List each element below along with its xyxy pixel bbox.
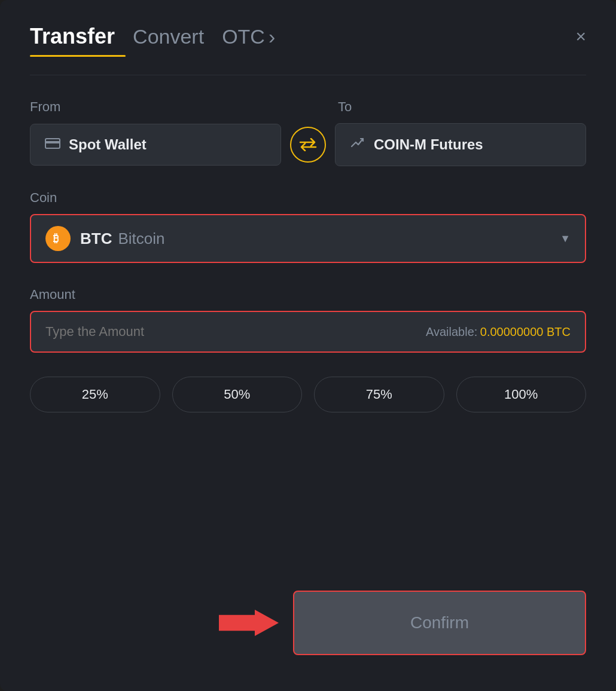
coin-name: Bitcoin bbox=[118, 230, 164, 248]
swap-button[interactable] bbox=[290, 127, 326, 163]
to-wallet-selector[interactable]: COIN-M Futures bbox=[335, 123, 586, 166]
from-wallet-text: Spot Wallet bbox=[69, 136, 147, 153]
from-to-labels: From To bbox=[30, 99, 586, 115]
svg-text:₿: ₿ bbox=[53, 233, 59, 244]
btc-icon: ₿ bbox=[45, 226, 71, 251]
tab-active-indicator bbox=[30, 55, 126, 57]
svg-rect-1 bbox=[45, 141, 60, 143]
available-label: Available: bbox=[426, 325, 477, 338]
header-tabs: Transfer Convert OTC › × bbox=[30, 24, 586, 49]
amount-section: Amount Available: 0.00000000 BTC bbox=[30, 287, 586, 353]
coin-label: Coin bbox=[30, 190, 586, 206]
confirm-button[interactable]: Confirm bbox=[293, 591, 586, 655]
amount-input-box: Available: 0.00000000 BTC bbox=[30, 311, 586, 353]
percent-100-button[interactable]: 100% bbox=[456, 377, 587, 412]
coin-symbol: BTC bbox=[80, 230, 112, 248]
tab-convert[interactable]: Convert bbox=[133, 25, 204, 48]
swap-button-container bbox=[281, 127, 335, 163]
to-label: To bbox=[332, 99, 586, 115]
coin-section: Coin ₿ BTC Bitcoin ▼ bbox=[30, 190, 586, 263]
available-value: 0.00000000 BTC bbox=[480, 325, 571, 338]
to-wallet-text: COIN-M Futures bbox=[374, 136, 483, 153]
transfer-modal: Transfer Convert OTC › × From To bbox=[0, 0, 616, 691]
from-label: From bbox=[30, 99, 278, 115]
chevron-down-icon: ▼ bbox=[560, 233, 571, 245]
tab-otc[interactable]: OTC › bbox=[222, 25, 275, 48]
coin-selector[interactable]: ₿ BTC Bitcoin ▼ bbox=[30, 214, 586, 263]
percent-50-button[interactable]: 50% bbox=[172, 377, 303, 412]
arrow-right-icon bbox=[219, 610, 279, 636]
percentage-buttons: 25% 50% 75% 100% bbox=[30, 377, 586, 412]
futures-icon bbox=[350, 136, 365, 154]
from-wallet-selector[interactable]: Spot Wallet bbox=[30, 124, 281, 166]
available-balance: Available: 0.00000000 BTC bbox=[426, 325, 571, 339]
from-to-row: Spot Wallet COIN-M Futures bbox=[30, 123, 586, 166]
tab-transfer[interactable]: Transfer bbox=[30, 24, 115, 49]
close-button[interactable]: × bbox=[575, 27, 586, 45]
otc-chevron-icon: › bbox=[269, 25, 275, 48]
arrow-wrapper bbox=[219, 610, 279, 636]
percent-25-button[interactable]: 25% bbox=[30, 377, 160, 412]
spacer bbox=[30, 448, 586, 591]
percent-75-button[interactable]: 75% bbox=[314, 377, 444, 412]
amount-label: Amount bbox=[30, 287, 586, 302]
header-divider bbox=[30, 75, 586, 75]
bottom-area: Confirm bbox=[30, 591, 586, 655]
from-to-section: From To Spot Wallet bbox=[30, 99, 586, 166]
wallet-icon bbox=[45, 137, 60, 152]
amount-input[interactable] bbox=[45, 324, 308, 340]
